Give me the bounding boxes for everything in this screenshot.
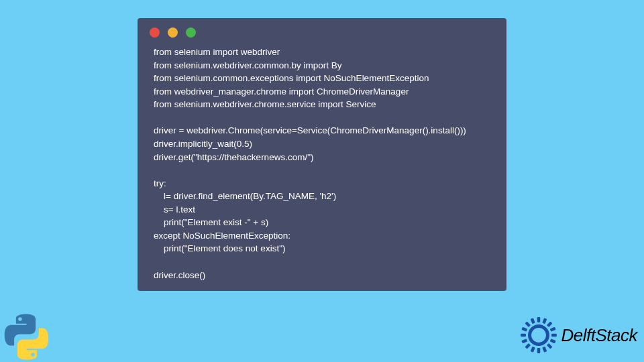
close-icon — [150, 27, 160, 38]
code-content: from selenium import webdriver from sele… — [138, 43, 506, 282]
code-line: driver = webdriver.Chrome(service=Servic… — [154, 125, 466, 135]
code-line: try: — [154, 178, 166, 188]
svg-rect-9 — [542, 318, 547, 324]
svg-rect-4 — [551, 334, 557, 337]
svg-rect-15 — [521, 339, 527, 343]
code-line: driver.get("https://thehackernews.com/") — [154, 152, 313, 162]
code-window: from selenium import webdriver from sele… — [138, 18, 506, 291]
minimize-icon — [168, 27, 178, 38]
brand-logo: DelftStack — [520, 316, 638, 354]
svg-rect-8 — [546, 343, 552, 349]
code-line: from selenium.webdriver.common.by import… — [154, 60, 342, 70]
svg-rect-14 — [542, 347, 547, 353]
svg-rect-6 — [525, 343, 531, 349]
code-line: print("Element does not exist") — [154, 243, 285, 253]
gear-icon — [520, 316, 557, 354]
svg-rect-2 — [537, 348, 539, 353]
code-line: l= driver.find_element(By.TAG_NAME, 'h2'… — [154, 191, 336, 201]
code-line: from selenium.common.exceptions import N… — [154, 73, 429, 83]
python-logo-icon — [1, 312, 52, 362]
svg-rect-10 — [530, 347, 535, 353]
code-line: from selenium import webdriver — [154, 47, 280, 57]
svg-rect-1 — [537, 317, 539, 322]
code-line: from webdriver_manager.chrome import Chr… — [154, 86, 409, 97]
code-line: driver.implicitly_wait(0.5) — [154, 139, 252, 149]
svg-rect-16 — [549, 327, 555, 332]
svg-rect-3 — [521, 334, 526, 337]
svg-rect-13 — [530, 318, 535, 324]
code-line: driver.close() — [154, 270, 205, 280]
code-line: print("Element exist -" + s) — [154, 217, 268, 227]
svg-rect-5 — [546, 321, 552, 327]
brand-name: DelftStack — [561, 325, 638, 346]
code-line: from selenium.webdriver.chrome.service i… — [154, 99, 376, 109]
code-line: except NoSuchElementException: — [154, 231, 290, 241]
svg-rect-11 — [521, 327, 527, 332]
svg-rect-12 — [549, 339, 555, 343]
window-controls — [138, 18, 506, 43]
code-line: s= l.text — [154, 204, 195, 215]
maximize-icon — [186, 27, 196, 38]
svg-rect-7 — [525, 321, 531, 327]
